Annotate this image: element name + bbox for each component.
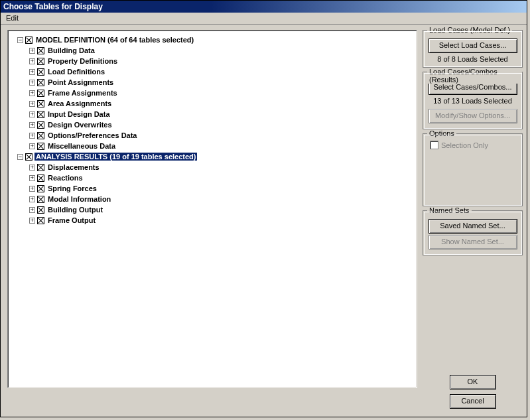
checkbox-icon[interactable] [25, 36, 33, 44]
expand-icon[interactable]: + [29, 58, 35, 64]
selection-only-checkbox [430, 141, 438, 149]
checkbox-icon[interactable] [37, 68, 44, 76]
tree-root-analysis-results-label: ANALYSIS RESULTS (19 of 19 tables select… [34, 153, 197, 161]
tree-item[interactable]: +Spring Forces [11, 183, 414, 194]
checkbox-icon[interactable] [25, 153, 33, 161]
checkbox-icon[interactable] [37, 143, 44, 150]
checkbox-icon[interactable] [37, 58, 44, 65]
tree-item-label: Area Assignments [46, 100, 113, 107]
tree-item[interactable]: +Design Overwrites [11, 119, 414, 130]
expand-icon[interactable]: + [29, 133, 35, 139]
tree-item-label: Input Design Data [46, 110, 111, 118]
checkbox-icon[interactable] [37, 100, 44, 107]
expand-icon[interactable]: + [29, 101, 35, 107]
checkbox-icon[interactable] [37, 175, 44, 182]
tree-item-label: Point Assignments [46, 78, 115, 86]
cases-combos-status: 13 of 13 Loads Selected [427, 97, 518, 105]
tree-item[interactable]: +Load Definitions [11, 66, 414, 77]
group-title: Load Cases/Combos (Results) [427, 68, 522, 84]
tree-item[interactable]: +Options/Preferences Data [11, 130, 414, 141]
expand-icon[interactable]: + [29, 218, 35, 224]
expand-icon[interactable]: + [29, 175, 35, 181]
tree-item[interactable]: +Area Assignments [11, 98, 414, 109]
tree-item-label: Building Output [46, 206, 104, 214]
menu-edit[interactable]: Edit [5, 14, 20, 22]
ok-button[interactable]: OK [450, 375, 496, 389]
tree-item-label: Load Definitions [46, 68, 106, 76]
expand-icon[interactable]: + [29, 143, 35, 149]
modify-show-options-button: Modify/Show Options... [429, 109, 517, 123]
tree-item[interactable]: +Building Output [11, 204, 414, 215]
group-load-cases-results: Load Cases/Combos (Results) Select Cases… [423, 72, 523, 129]
collapse-icon[interactable]: − [17, 37, 23, 43]
expand-icon[interactable]: + [29, 122, 35, 128]
group-options: Options Selection Only [423, 133, 523, 206]
dialog-window: Choose Tables for Display Edit − MODEL D… [0, 0, 527, 417]
dialog-buttons: OK Cancel [423, 374, 523, 413]
group-named-sets: Named Sets Saved Named Set... Show Named… [423, 210, 523, 255]
tree-item-label: Property Definitions [46, 57, 119, 65]
menubar: Edit [1, 13, 527, 25]
expand-icon[interactable]: + [29, 196, 35, 202]
expand-icon[interactable]: + [29, 207, 35, 213]
group-title: Named Sets [427, 206, 472, 214]
tree-item-label: Frame Assignments [46, 89, 119, 97]
expand-icon[interactable]: + [29, 111, 35, 117]
group-title: Options [427, 129, 456, 137]
tree-item-label: Building Data [46, 46, 96, 54]
group-title: Load Cases (Model Def.) [427, 26, 512, 34]
checkbox-icon[interactable] [37, 206, 44, 214]
tree-item-label: Options/Preferences Data [46, 131, 139, 139]
tree-item[interactable]: +Displacements [11, 162, 414, 173]
expand-icon[interactable]: + [29, 80, 35, 86]
tree-item[interactable]: +Input Design Data [11, 109, 414, 119]
tree-item-label: Spring Forces [46, 184, 98, 192]
tree-item[interactable]: +Property Definitions [11, 56, 414, 66]
expand-icon[interactable]: + [29, 48, 35, 54]
checkbox-icon[interactable] [37, 90, 44, 97]
checkbox-icon[interactable] [37, 217, 44, 224]
tree-item-label: Modal Information [46, 195, 112, 203]
side-panel: Load Cases (Model Def.) Select Load Case… [423, 30, 523, 413]
checkbox-icon[interactable] [37, 185, 44, 192]
tree-root-analysis-results[interactable]: − ANALYSIS RESULTS (19 of 19 tables sele… [11, 151, 414, 162]
tree-item[interactable]: +Frame Output [11, 215, 414, 226]
checkbox-icon[interactable] [37, 132, 44, 139]
tree-item[interactable]: +Point Assignments [11, 77, 414, 88]
expand-icon[interactable]: + [29, 69, 35, 75]
selection-only-label: Selection Only [441, 141, 488, 149]
titlebar: Choose Tables for Display [1, 1, 527, 13]
checkbox-icon[interactable] [37, 47, 44, 54]
tree-item-label: Reactions [46, 174, 84, 182]
expand-icon[interactable]: + [29, 186, 35, 192]
checkbox-icon[interactable] [37, 196, 44, 203]
tree-item-label: Frame Output [46, 216, 97, 224]
group-load-cases-model: Load Cases (Model Def.) Select Load Case… [423, 30, 523, 68]
checkbox-icon[interactable] [37, 79, 44, 86]
expand-icon[interactable]: + [29, 90, 35, 96]
collapse-icon[interactable]: − [17, 154, 23, 160]
tree-item[interactable]: +Reactions [11, 173, 414, 183]
tree-item[interactable]: +Modal Information [11, 194, 414, 204]
client-area: − MODEL DEFINITION (64 of 64 tables sele… [1, 25, 527, 417]
tree-item[interactable]: +Frame Assignments [11, 88, 414, 98]
tree-item-label: Displacements [46, 163, 101, 171]
tree-root-model-definition-label: MODEL DEFINITION (64 of 64 tables select… [34, 36, 195, 44]
checkbox-icon[interactable] [37, 111, 44, 118]
saved-named-set-button[interactable]: Saved Named Set... [429, 219, 517, 234]
tree-item-label: Design Overwrites [46, 121, 113, 129]
tree-item[interactable]: +Building Data [11, 45, 414, 56]
checkbox-icon[interactable] [37, 164, 44, 171]
tree-root-model-definition[interactable]: − MODEL DEFINITION (64 of 64 tables sele… [11, 35, 414, 45]
checkbox-icon[interactable] [37, 121, 44, 129]
expand-icon[interactable]: + [29, 165, 35, 171]
load-cases-status: 8 of 8 Loads Selected [427, 55, 518, 63]
cancel-button[interactable]: Cancel [450, 394, 496, 409]
select-load-cases-button[interactable]: Select Load Cases... [429, 38, 517, 53]
tree-item-label: Miscellaneous Data [46, 142, 117, 150]
show-named-set-button: Show Named Set... [429, 235, 517, 249]
tree-item[interactable]: +Miscellaneous Data [11, 141, 414, 151]
tree-panel[interactable]: − MODEL DEFINITION (64 of 64 tables sele… [7, 30, 417, 388]
selection-only-row: Selection Only [427, 141, 518, 149]
window-title: Choose Tables for Display [3, 2, 103, 11]
